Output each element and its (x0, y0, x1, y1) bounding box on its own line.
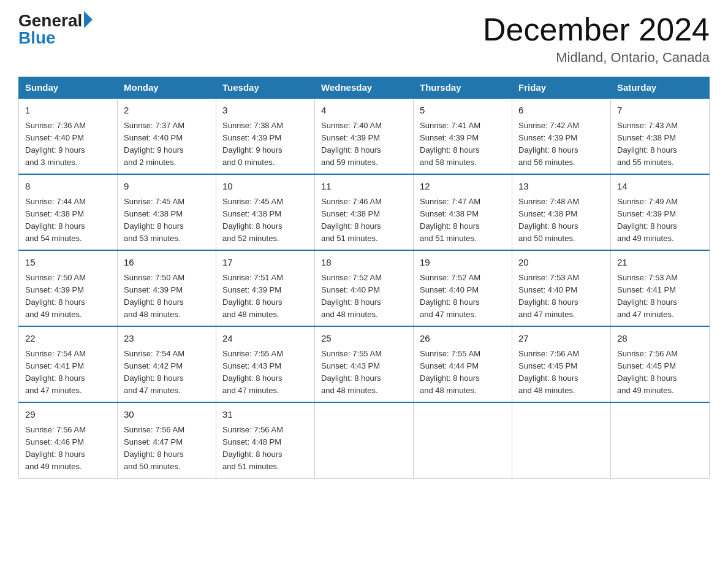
calendar-cell: 22Sunrise: 7:54 AMSunset: 4:41 PMDayligh… (19, 326, 118, 402)
calendar-cell: 28Sunrise: 7:56 AMSunset: 4:45 PMDayligh… (611, 326, 710, 402)
day-number: 28 (617, 332, 703, 346)
calendar-cell: 18Sunrise: 7:52 AMSunset: 4:40 PMDayligh… (315, 250, 414, 326)
day-number: 23 (124, 332, 210, 346)
calendar-cell (611, 402, 710, 478)
calendar-cell: 16Sunrise: 7:50 AMSunset: 4:39 PMDayligh… (118, 250, 216, 326)
day-info: Sunrise: 7:55 AMSunset: 4:44 PMDaylight:… (420, 349, 480, 395)
day-number: 21 (617, 256, 703, 270)
subtitle: Midland, Ontario, Canada (483, 50, 710, 66)
day-number: 10 (222, 180, 308, 194)
day-number: 26 (420, 332, 506, 346)
week-row-1: 1Sunrise: 7:36 AMSunset: 4:40 PMDaylight… (19, 98, 710, 174)
day-info: Sunrise: 7:50 AMSunset: 4:39 PMDaylight:… (124, 273, 184, 319)
day-info: Sunrise: 7:56 AMSunset: 4:45 PMDaylight:… (518, 349, 579, 395)
calendar-cell (315, 402, 414, 478)
day-info: Sunrise: 7:47 AMSunset: 4:38 PMDaylight:… (420, 197, 480, 243)
calendar-cell: 7Sunrise: 7:43 AMSunset: 4:38 PMDaylight… (611, 98, 710, 174)
calendar-cell: 1Sunrise: 7:36 AMSunset: 4:40 PMDaylight… (19, 98, 118, 174)
calendar-cell: 29Sunrise: 7:56 AMSunset: 4:46 PMDayligh… (19, 402, 118, 478)
day-info: Sunrise: 7:56 AMSunset: 4:47 PMDaylight:… (124, 425, 184, 471)
day-info: Sunrise: 7:36 AMSunset: 4:40 PMDaylight:… (25, 121, 86, 167)
day-header-wednesday: Wednesday (315, 77, 414, 99)
day-number: 13 (518, 180, 604, 194)
page-header: General Blue December 2024 Midland, Onta… (18, 12, 710, 66)
day-info: Sunrise: 7:48 AMSunset: 4:38 PMDaylight:… (518, 197, 579, 243)
calendar-cell: 5Sunrise: 7:41 AMSunset: 4:39 PMDaylight… (414, 98, 512, 174)
day-number: 2 (124, 104, 210, 118)
calendar-cell: 20Sunrise: 7:53 AMSunset: 4:40 PMDayligh… (512, 250, 611, 326)
day-info: Sunrise: 7:44 AMSunset: 4:38 PMDaylight:… (25, 197, 86, 243)
day-header-thursday: Thursday (414, 77, 512, 99)
week-row-4: 22Sunrise: 7:54 AMSunset: 4:41 PMDayligh… (19, 326, 710, 402)
calendar-cell: 24Sunrise: 7:55 AMSunset: 4:43 PMDayligh… (216, 326, 315, 402)
day-info: Sunrise: 7:40 AMSunset: 4:39 PMDaylight:… (321, 121, 382, 167)
day-header-monday: Monday (118, 77, 216, 99)
calendar-cell: 21Sunrise: 7:53 AMSunset: 4:41 PMDayligh… (611, 250, 710, 326)
logo-general-text: General (18, 12, 82, 29)
day-info: Sunrise: 7:55 AMSunset: 4:43 PMDaylight:… (321, 349, 382, 395)
day-number: 24 (222, 332, 308, 346)
day-info: Sunrise: 7:37 AMSunset: 4:40 PMDaylight:… (124, 121, 184, 167)
day-number: 27 (518, 332, 604, 346)
day-info: Sunrise: 7:43 AMSunset: 4:38 PMDaylight:… (617, 121, 678, 167)
day-number: 6 (518, 104, 604, 118)
day-number: 15 (25, 256, 111, 270)
day-header-friday: Friday (512, 77, 611, 99)
calendar-cell: 15Sunrise: 7:50 AMSunset: 4:39 PMDayligh… (19, 250, 118, 326)
calendar-cell (414, 402, 512, 478)
days-header-row: SundayMondayTuesdayWednesdayThursdayFrid… (19, 77, 710, 99)
calendar-cell: 26Sunrise: 7:55 AMSunset: 4:44 PMDayligh… (414, 326, 512, 402)
day-number: 12 (420, 180, 506, 194)
day-header-saturday: Saturday (611, 77, 710, 99)
day-number: 29 (25, 408, 111, 422)
day-number: 14 (617, 180, 703, 194)
day-number: 3 (222, 104, 308, 118)
calendar-cell: 19Sunrise: 7:52 AMSunset: 4:40 PMDayligh… (414, 250, 512, 326)
day-info: Sunrise: 7:46 AMSunset: 4:38 PMDaylight:… (321, 197, 382, 243)
day-number: 19 (420, 256, 506, 270)
calendar-cell: 30Sunrise: 7:56 AMSunset: 4:47 PMDayligh… (118, 402, 216, 478)
calendar-cell: 25Sunrise: 7:55 AMSunset: 4:43 PMDayligh… (315, 326, 414, 402)
calendar-cell: 10Sunrise: 7:45 AMSunset: 4:38 PMDayligh… (216, 174, 315, 250)
day-number: 18 (321, 256, 407, 270)
logo: General Blue (18, 12, 93, 47)
day-info: Sunrise: 7:56 AMSunset: 4:46 PMDaylight:… (25, 425, 86, 471)
main-title: December 2024 (483, 12, 710, 47)
calendar-cell: 14Sunrise: 7:49 AMSunset: 4:39 PMDayligh… (611, 174, 710, 250)
calendar-cell (512, 402, 611, 478)
logo-triangle-icon (84, 11, 93, 28)
calendar-cell: 31Sunrise: 7:56 AMSunset: 4:48 PMDayligh… (216, 402, 315, 478)
day-info: Sunrise: 7:38 AMSunset: 4:39 PMDaylight:… (222, 121, 283, 167)
calendar-cell: 23Sunrise: 7:54 AMSunset: 4:42 PMDayligh… (118, 326, 216, 402)
calendar-cell: 8Sunrise: 7:44 AMSunset: 4:38 PMDaylight… (19, 174, 118, 250)
calendar-cell: 12Sunrise: 7:47 AMSunset: 4:38 PMDayligh… (414, 174, 512, 250)
calendar-cell: 9Sunrise: 7:45 AMSunset: 4:38 PMDaylight… (118, 174, 216, 250)
calendar-cell: 2Sunrise: 7:37 AMSunset: 4:40 PMDaylight… (118, 98, 216, 174)
week-row-3: 15Sunrise: 7:50 AMSunset: 4:39 PMDayligh… (19, 250, 710, 326)
day-info: Sunrise: 7:56 AMSunset: 4:45 PMDaylight:… (617, 349, 678, 395)
calendar-cell: 27Sunrise: 7:56 AMSunset: 4:45 PMDayligh… (512, 326, 611, 402)
day-info: Sunrise: 7:53 AMSunset: 4:41 PMDaylight:… (617, 273, 678, 319)
day-number: 31 (222, 408, 308, 422)
day-number: 4 (321, 104, 407, 118)
day-info: Sunrise: 7:51 AMSunset: 4:39 PMDaylight:… (222, 273, 283, 319)
day-number: 25 (321, 332, 407, 346)
day-number: 7 (617, 104, 703, 118)
day-info: Sunrise: 7:45 AMSunset: 4:38 PMDaylight:… (222, 197, 283, 243)
day-number: 20 (518, 256, 604, 270)
title-block: December 2024 Midland, Ontario, Canada (483, 12, 710, 66)
day-info: Sunrise: 7:55 AMSunset: 4:43 PMDaylight:… (222, 349, 283, 395)
day-header-sunday: Sunday (19, 77, 118, 99)
day-number: 1 (25, 104, 111, 118)
day-number: 8 (25, 180, 111, 194)
calendar-cell: 13Sunrise: 7:48 AMSunset: 4:38 PMDayligh… (512, 174, 611, 250)
day-info: Sunrise: 7:52 AMSunset: 4:40 PMDaylight:… (420, 273, 480, 319)
day-info: Sunrise: 7:49 AMSunset: 4:39 PMDaylight:… (617, 197, 678, 243)
day-info: Sunrise: 7:53 AMSunset: 4:40 PMDaylight:… (518, 273, 579, 319)
day-number: 22 (25, 332, 111, 346)
day-number: 16 (124, 256, 210, 270)
day-info: Sunrise: 7:45 AMSunset: 4:38 PMDaylight:… (124, 197, 184, 243)
day-info: Sunrise: 7:54 AMSunset: 4:41 PMDaylight:… (25, 349, 86, 395)
calendar-cell: 6Sunrise: 7:42 AMSunset: 4:39 PMDaylight… (512, 98, 611, 174)
day-header-tuesday: Tuesday (216, 77, 315, 99)
